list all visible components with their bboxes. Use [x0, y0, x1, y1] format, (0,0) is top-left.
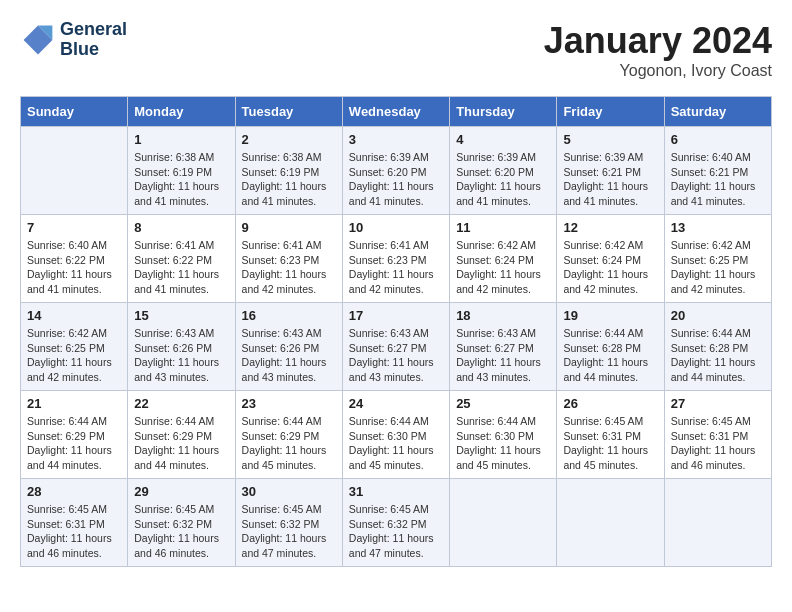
day-info: Sunrise: 6:40 AMSunset: 6:21 PMDaylight:… [671, 150, 765, 209]
weekday-header: Thursday [450, 97, 557, 127]
calendar-cell: 6Sunrise: 6:40 AMSunset: 6:21 PMDaylight… [664, 127, 771, 215]
calendar-cell: 26Sunrise: 6:45 AMSunset: 6:31 PMDayligh… [557, 391, 664, 479]
day-number: 9 [242, 220, 336, 235]
day-info: Sunrise: 6:41 AMSunset: 6:23 PMDaylight:… [242, 238, 336, 297]
calendar-cell [450, 479, 557, 567]
calendar-cell: 25Sunrise: 6:44 AMSunset: 6:30 PMDayligh… [450, 391, 557, 479]
day-number: 3 [349, 132, 443, 147]
calendar-cell: 4Sunrise: 6:39 AMSunset: 6:20 PMDaylight… [450, 127, 557, 215]
day-info: Sunrise: 6:39 AMSunset: 6:20 PMDaylight:… [456, 150, 550, 209]
weekday-header: Wednesday [342, 97, 449, 127]
day-info: Sunrise: 6:39 AMSunset: 6:20 PMDaylight:… [349, 150, 443, 209]
page-header: General Blue January 2024 Yogonon, Ivory… [20, 20, 772, 80]
calendar-week-row: 21Sunrise: 6:44 AMSunset: 6:29 PMDayligh… [21, 391, 772, 479]
weekday-header: Saturday [664, 97, 771, 127]
day-number: 20 [671, 308, 765, 323]
day-info: Sunrise: 6:43 AMSunset: 6:27 PMDaylight:… [349, 326, 443, 385]
calendar-week-row: 14Sunrise: 6:42 AMSunset: 6:25 PMDayligh… [21, 303, 772, 391]
day-info: Sunrise: 6:38 AMSunset: 6:19 PMDaylight:… [242, 150, 336, 209]
day-info: Sunrise: 6:45 AMSunset: 6:32 PMDaylight:… [242, 502, 336, 561]
day-info: Sunrise: 6:42 AMSunset: 6:24 PMDaylight:… [563, 238, 657, 297]
day-info: Sunrise: 6:42 AMSunset: 6:25 PMDaylight:… [27, 326, 121, 385]
calendar-cell: 29Sunrise: 6:45 AMSunset: 6:32 PMDayligh… [128, 479, 235, 567]
calendar-week-row: 7Sunrise: 6:40 AMSunset: 6:22 PMDaylight… [21, 215, 772, 303]
calendar-cell: 9Sunrise: 6:41 AMSunset: 6:23 PMDaylight… [235, 215, 342, 303]
calendar-cell: 20Sunrise: 6:44 AMSunset: 6:28 PMDayligh… [664, 303, 771, 391]
day-number: 4 [456, 132, 550, 147]
day-info: Sunrise: 6:39 AMSunset: 6:21 PMDaylight:… [563, 150, 657, 209]
calendar-cell: 7Sunrise: 6:40 AMSunset: 6:22 PMDaylight… [21, 215, 128, 303]
day-info: Sunrise: 6:44 AMSunset: 6:29 PMDaylight:… [134, 414, 228, 473]
day-number: 19 [563, 308, 657, 323]
calendar-cell: 22Sunrise: 6:44 AMSunset: 6:29 PMDayligh… [128, 391, 235, 479]
day-number: 23 [242, 396, 336, 411]
calendar-cell: 5Sunrise: 6:39 AMSunset: 6:21 PMDaylight… [557, 127, 664, 215]
day-number: 10 [349, 220, 443, 235]
day-number: 14 [27, 308, 121, 323]
day-info: Sunrise: 6:43 AMSunset: 6:26 PMDaylight:… [134, 326, 228, 385]
day-number: 2 [242, 132, 336, 147]
day-number: 25 [456, 396, 550, 411]
calendar-cell: 24Sunrise: 6:44 AMSunset: 6:30 PMDayligh… [342, 391, 449, 479]
day-number: 24 [349, 396, 443, 411]
day-number: 29 [134, 484, 228, 499]
day-info: Sunrise: 6:44 AMSunset: 6:30 PMDaylight:… [456, 414, 550, 473]
logo-icon [20, 22, 56, 58]
location-subtitle: Yogonon, Ivory Coast [544, 62, 772, 80]
day-number: 16 [242, 308, 336, 323]
day-number: 11 [456, 220, 550, 235]
calendar-cell: 15Sunrise: 6:43 AMSunset: 6:26 PMDayligh… [128, 303, 235, 391]
day-number: 27 [671, 396, 765, 411]
day-info: Sunrise: 6:44 AMSunset: 6:28 PMDaylight:… [563, 326, 657, 385]
calendar-cell: 14Sunrise: 6:42 AMSunset: 6:25 PMDayligh… [21, 303, 128, 391]
calendar-cell: 8Sunrise: 6:41 AMSunset: 6:22 PMDaylight… [128, 215, 235, 303]
day-number: 5 [563, 132, 657, 147]
day-number: 18 [456, 308, 550, 323]
calendar-cell: 23Sunrise: 6:44 AMSunset: 6:29 PMDayligh… [235, 391, 342, 479]
calendar-table: SundayMondayTuesdayWednesdayThursdayFrid… [20, 96, 772, 567]
weekday-header: Sunday [21, 97, 128, 127]
calendar-week-row: 1Sunrise: 6:38 AMSunset: 6:19 PMDaylight… [21, 127, 772, 215]
calendar-cell: 31Sunrise: 6:45 AMSunset: 6:32 PMDayligh… [342, 479, 449, 567]
day-number: 6 [671, 132, 765, 147]
day-number: 31 [349, 484, 443, 499]
weekday-header: Tuesday [235, 97, 342, 127]
calendar-cell [21, 127, 128, 215]
day-info: Sunrise: 6:45 AMSunset: 6:32 PMDaylight:… [349, 502, 443, 561]
day-info: Sunrise: 6:45 AMSunset: 6:32 PMDaylight:… [134, 502, 228, 561]
calendar-header-row: SundayMondayTuesdayWednesdayThursdayFrid… [21, 97, 772, 127]
day-info: Sunrise: 6:44 AMSunset: 6:29 PMDaylight:… [242, 414, 336, 473]
day-info: Sunrise: 6:45 AMSunset: 6:31 PMDaylight:… [671, 414, 765, 473]
day-info: Sunrise: 6:45 AMSunset: 6:31 PMDaylight:… [27, 502, 121, 561]
day-info: Sunrise: 6:45 AMSunset: 6:31 PMDaylight:… [563, 414, 657, 473]
logo-text: General Blue [60, 20, 127, 60]
day-info: Sunrise: 6:42 AMSunset: 6:24 PMDaylight:… [456, 238, 550, 297]
calendar-cell: 17Sunrise: 6:43 AMSunset: 6:27 PMDayligh… [342, 303, 449, 391]
day-number: 8 [134, 220, 228, 235]
day-info: Sunrise: 6:41 AMSunset: 6:22 PMDaylight:… [134, 238, 228, 297]
calendar-week-row: 28Sunrise: 6:45 AMSunset: 6:31 PMDayligh… [21, 479, 772, 567]
day-number: 13 [671, 220, 765, 235]
calendar-cell: 1Sunrise: 6:38 AMSunset: 6:19 PMDaylight… [128, 127, 235, 215]
calendar-cell [664, 479, 771, 567]
calendar-cell: 3Sunrise: 6:39 AMSunset: 6:20 PMDaylight… [342, 127, 449, 215]
day-number: 26 [563, 396, 657, 411]
calendar-cell: 18Sunrise: 6:43 AMSunset: 6:27 PMDayligh… [450, 303, 557, 391]
day-number: 15 [134, 308, 228, 323]
day-number: 28 [27, 484, 121, 499]
logo: General Blue [20, 20, 127, 60]
calendar-cell: 19Sunrise: 6:44 AMSunset: 6:28 PMDayligh… [557, 303, 664, 391]
day-number: 22 [134, 396, 228, 411]
day-number: 12 [563, 220, 657, 235]
title-block: January 2024 Yogonon, Ivory Coast [544, 20, 772, 80]
day-info: Sunrise: 6:40 AMSunset: 6:22 PMDaylight:… [27, 238, 121, 297]
day-info: Sunrise: 6:43 AMSunset: 6:27 PMDaylight:… [456, 326, 550, 385]
day-info: Sunrise: 6:41 AMSunset: 6:23 PMDaylight:… [349, 238, 443, 297]
day-info: Sunrise: 6:44 AMSunset: 6:30 PMDaylight:… [349, 414, 443, 473]
day-info: Sunrise: 6:44 AMSunset: 6:28 PMDaylight:… [671, 326, 765, 385]
day-number: 30 [242, 484, 336, 499]
month-title: January 2024 [544, 20, 772, 62]
calendar-cell: 21Sunrise: 6:44 AMSunset: 6:29 PMDayligh… [21, 391, 128, 479]
calendar-cell: 10Sunrise: 6:41 AMSunset: 6:23 PMDayligh… [342, 215, 449, 303]
weekday-header: Monday [128, 97, 235, 127]
